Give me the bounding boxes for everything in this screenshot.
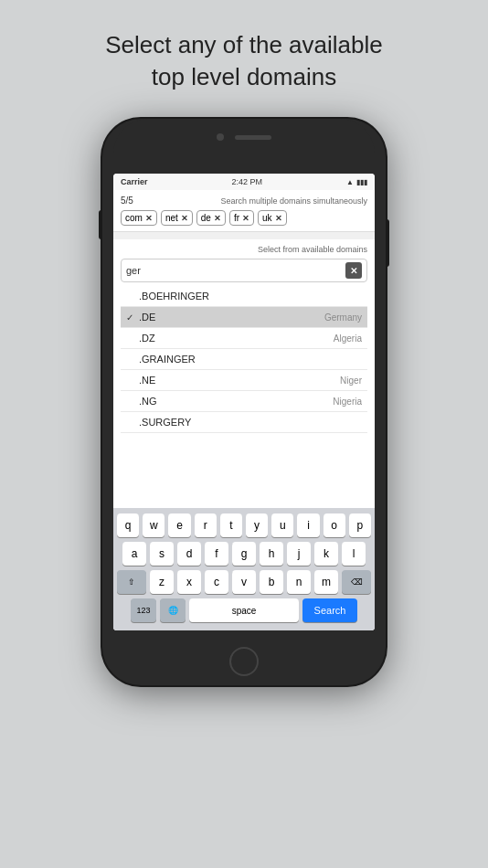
- domain-list-item[interactable]: .GRAINGER: [121, 349, 367, 370]
- keyboard-row-2: asdfghjkl: [117, 542, 371, 566]
- domain-list-item[interactable]: .NG Nigeria: [121, 391, 367, 412]
- battery-icon: ▮▮▮: [356, 178, 367, 186]
- phone-mockup: Carrier 2:42 PM ▲ ▮▮▮ 5/5 Search multipl…: [102, 119, 386, 685]
- domain-list-item[interactable]: .SURGERY: [121, 412, 367, 433]
- tag-remove-icon[interactable]: ✕: [275, 214, 282, 223]
- domain-country: Germany: [324, 312, 362, 323]
- domain-checkmark: ✓: [126, 312, 139, 323]
- domain-name: .NG: [139, 396, 333, 407]
- keyboard-row-bottom: 123🌐spaceSearch: [117, 598, 371, 622]
- key-t[interactable]: t: [220, 513, 242, 537]
- key-r[interactable]: r: [195, 513, 217, 537]
- tag-remove-icon[interactable]: ✕: [145, 214, 153, 223]
- key-q[interactable]: q: [117, 513, 139, 537]
- key-w[interactable]: w: [143, 513, 164, 537]
- key-f[interactable]: f: [205, 542, 228, 566]
- app-content: 5/5 Search multiple domains simultaneous…: [113, 190, 375, 630]
- camera-icon: [217, 133, 224, 141]
- headline-line2: top level domains: [152, 63, 336, 90]
- key-d[interactable]: d: [177, 542, 201, 566]
- wifi-icon: ▲: [346, 178, 354, 186]
- key-u[interactable]: u: [271, 513, 293, 537]
- selected-count: 5/5: [121, 196, 133, 206]
- domain-list-item[interactable]: .DZ Algeria: [121, 328, 367, 349]
- key-o[interactable]: o: [324, 513, 345, 537]
- key-g[interactable]: g: [232, 542, 256, 566]
- space-key[interactable]: space: [189, 598, 299, 622]
- key-m[interactable]: m: [314, 570, 338, 594]
- time-label: 2:42 PM: [232, 177, 263, 186]
- domain-list-item[interactable]: .NE Niger: [121, 370, 367, 391]
- key-j[interactable]: j: [287, 542, 311, 566]
- shift-key[interactable]: ⇧: [117, 570, 146, 594]
- key-b[interactable]: b: [260, 570, 283, 594]
- tag-net[interactable]: net✕: [161, 210, 193, 226]
- search-input-row: ✕: [121, 259, 367, 282]
- domain-name: .BOEHRINGER: [139, 291, 362, 302]
- tag-remove-icon[interactable]: ✕: [242, 214, 249, 223]
- domain-country: Niger: [340, 376, 362, 386]
- key-k[interactable]: k: [314, 542, 338, 566]
- tag-label: net: [165, 213, 178, 223]
- domain-list-item[interactable]: ✓ .DE Germany: [121, 307, 367, 328]
- carrier-label: Carrier: [121, 177, 148, 186]
- tag-com[interactable]: com✕: [121, 210, 157, 226]
- tag-label: fr: [234, 213, 239, 223]
- tag-fr[interactable]: fr✕: [229, 210, 254, 226]
- home-button[interactable]: [229, 647, 259, 676]
- tag-label: de: [201, 213, 211, 223]
- tag-remove-icon[interactable]: ✕: [181, 214, 188, 223]
- domain-name: .DE: [139, 312, 324, 323]
- phone-notch: [113, 119, 375, 155]
- tag-remove-icon[interactable]: ✕: [214, 214, 221, 223]
- num-key[interactable]: 123: [131, 598, 156, 622]
- tag-label: uk: [262, 213, 272, 223]
- domain-name: .SURGERY: [139, 417, 362, 428]
- key-y[interactable]: y: [246, 513, 268, 537]
- key-e[interactable]: e: [168, 513, 190, 537]
- phone-screen: Carrier 2:42 PM ▲ ▮▮▮ 5/5 Search multipl…: [113, 174, 375, 630]
- selected-tags: com✕net✕de✕fr✕uk✕: [121, 210, 367, 226]
- key-i[interactable]: i: [297, 513, 319, 537]
- key-x[interactable]: x: [177, 570, 201, 594]
- domain-list-item[interactable]: .BOEHRINGER: [121, 286, 367, 307]
- headline: Select any of the available top level do…: [69, 29, 419, 93]
- domain-name: .DZ: [139, 333, 334, 344]
- search-clear-button[interactable]: ✕: [345, 262, 362, 279]
- selected-hint: Search multiple domains simultaneously: [220, 196, 367, 206]
- status-bar: Carrier 2:42 PM ▲ ▮▮▮: [113, 174, 375, 190]
- headline-line1: Select any of the available: [105, 31, 383, 58]
- key-z[interactable]: z: [150, 570, 174, 594]
- speaker-icon: [235, 135, 271, 140]
- key-v[interactable]: v: [232, 570, 256, 594]
- keyboard-row-3: ⇧zxcvbnm⌫: [117, 570, 371, 594]
- domain-search-header: Select from available domains: [121, 245, 367, 254]
- tag-label: com: [125, 213, 143, 223]
- globe-key[interactable]: 🌐: [160, 598, 186, 622]
- domain-search-input[interactable]: [126, 265, 345, 276]
- keyboard-row-1: qwertyuiop: [117, 513, 371, 537]
- domain-search-section: Select from available domains ✕ .BOEHRIN…: [113, 239, 375, 508]
- key-p[interactable]: p: [349, 513, 371, 537]
- key-c[interactable]: c: [205, 570, 228, 594]
- selected-header: 5/5 Search multiple domains simultaneous…: [121, 196, 367, 206]
- domain-country: Algeria: [334, 333, 362, 344]
- tag-uk[interactable]: uk✕: [258, 210, 287, 226]
- domain-country: Nigeria: [333, 397, 362, 407]
- delete-key[interactable]: ⌫: [342, 570, 371, 594]
- key-n[interactable]: n: [287, 570, 311, 594]
- search-key[interactable]: Search: [302, 598, 357, 622]
- tag-de[interactable]: de✕: [196, 210, 226, 226]
- key-l[interactable]: l: [342, 542, 366, 566]
- domain-list: .BOEHRINGER ✓ .DE Germany .DZ Algeria .G…: [121, 286, 367, 503]
- domain-name: .NE: [139, 375, 340, 386]
- key-a[interactable]: a: [122, 542, 146, 566]
- key-s[interactable]: s: [150, 542, 174, 566]
- key-h[interactable]: h: [260, 542, 283, 566]
- keyboard: qwertyuiop asdfghjkl ⇧zxcvbnm⌫ 123🌐space…: [113, 508, 375, 630]
- domain-name: .GRAINGER: [139, 354, 362, 365]
- battery-indicator: ▲ ▮▮▮: [346, 178, 367, 186]
- selected-section: 5/5 Search multiple domains simultaneous…: [113, 190, 375, 232]
